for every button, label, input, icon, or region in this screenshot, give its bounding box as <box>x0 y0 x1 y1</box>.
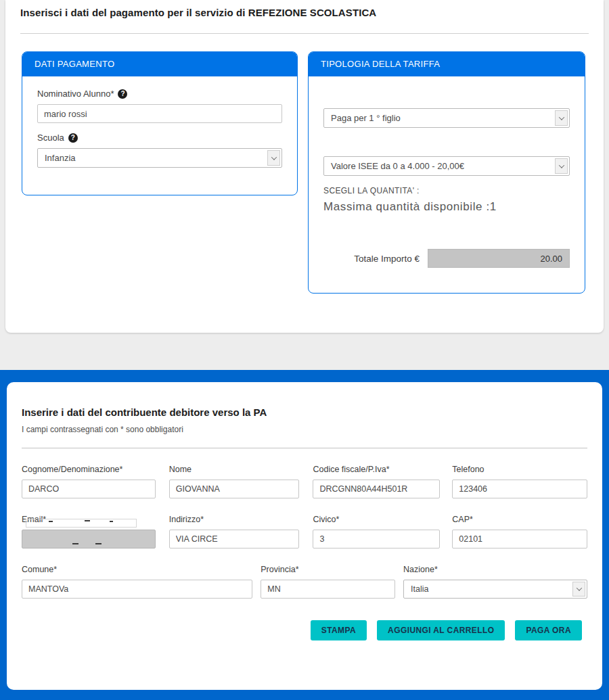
tariffa-panel: TIPOLOGIA DELLA TARIFFA Paga per 1 ° fig… <box>308 51 585 294</box>
payment-data-card: Inserisci i dati del pagamento per il se… <box>5 0 604 333</box>
tariffa-header: TIPOLOGIA DELLA TARIFFA <box>309 52 585 76</box>
help-icon[interactable]: ? <box>68 133 78 143</box>
aggiungi-al-carrello-button[interactable]: AGGIUNGI AL CARRELLO <box>377 620 505 640</box>
nome-field: Nome <box>169 465 300 498</box>
contribuente-divider <box>22 448 587 448</box>
cognome-input[interactable] <box>22 480 156 498</box>
cap-field: CAP* <box>452 515 587 549</box>
codice-fiscale-field: Codice fiscale/P.Iva* <box>313 465 440 498</box>
indirizzo-field: Indirizzo* <box>169 515 300 549</box>
totale-row: Totale Importo € <box>323 249 570 268</box>
nome-input[interactable] <box>169 480 300 498</box>
totale-importo-label: Totale Importo € <box>354 254 420 264</box>
action-buttons-row: STAMPA AGGIUNGI AL CARRELLO PAGA ORA <box>22 620 587 640</box>
panels-row: DATI PAGAMENTO Nominativo Alunno* ? Scuo… <box>5 34 604 294</box>
civico-label: Civico* <box>313 515 440 524</box>
nominativo-label-row: Nominativo Alunno* ? <box>37 89 282 99</box>
chevron-down-icon <box>555 158 568 174</box>
help-icon[interactable]: ? <box>118 89 127 99</box>
email-input <box>22 530 156 549</box>
contribuente-row-3: Comune* Provincia* Nazione* Italia <box>22 565 587 599</box>
nazione-label: Nazione* <box>403 565 587 574</box>
provincia-label: Provincia* <box>261 565 395 574</box>
scuola-label-row: Scuola ? <box>37 133 282 143</box>
contribuente-row-1: Cognome/Denominazione* Nome Codice fisca… <box>22 465 587 498</box>
codice-fiscale-label: Codice fiscale/P.Iva* <box>313 465 440 474</box>
email-field: Email* <box>22 515 156 549</box>
cap-input[interactable] <box>452 530 587 549</box>
scuola-label: Scuola <box>37 133 64 143</box>
chevron-down-icon <box>572 582 585 597</box>
page: Inserisci i dati del pagamento per il se… <box>0 0 609 700</box>
figlio-select-value: Paga per 1 ° figlio <box>331 113 401 123</box>
contribuente-card: Inserire i dati del contribuente debitor… <box>7 382 602 690</box>
quantita-label: SCEGLI LA QUANTITA' : <box>323 186 570 195</box>
nominativo-alunno-input[interactable] <box>37 104 282 123</box>
paga-ora-button[interactable]: PAGA ORA <box>515 620 582 640</box>
isee-select[interactable]: Valore ISEE da 0 a 4.000 - 20,00€ <box>323 156 570 176</box>
telefono-label: Telefono <box>452 465 587 474</box>
scuola-select-value: Infanzia <box>45 153 76 163</box>
cap-label: CAP* <box>452 515 587 524</box>
nazione-select-value: Italia <box>411 584 428 594</box>
nazione-select[interactable]: Italia <box>403 580 587 599</box>
indirizzo-input[interactable] <box>169 530 300 549</box>
required-fields-note: I campi contrassegnati con * sono obblig… <box>22 425 587 434</box>
contribuente-section: Inserire i dati del contribuente debitor… <box>0 370 609 700</box>
contribuente-row-2: Email* Indirizzo* Civico* <box>22 515 587 549</box>
provincia-input[interactable] <box>261 580 395 599</box>
page-title: Inserisci i dati del pagamento per il se… <box>5 5 604 18</box>
totale-importo-field <box>428 249 570 268</box>
chevron-down-icon <box>267 150 280 166</box>
nome-label: Nome <box>169 465 300 474</box>
max-quantita-text: Massima quantità disponibile :1 <box>323 200 570 214</box>
isee-select-value: Valore ISEE da 0 a 4.000 - 20,00€ <box>331 161 464 171</box>
scuola-select[interactable]: Infanzia <box>37 148 282 168</box>
stampa-button[interactable]: STAMPA <box>311 620 367 640</box>
comune-input[interactable] <box>22 580 252 599</box>
provincia-field: Provincia* <box>261 565 395 599</box>
figlio-select[interactable]: Paga per 1 ° figlio <box>323 108 570 128</box>
dati-pagamento-header: DATI PAGAMENTO <box>22 52 297 76</box>
contribuente-title: Inserire i dati del contribuente debitor… <box>22 406 587 418</box>
cognome-label: Cognome/Denominazione* <box>22 465 156 474</box>
comune-label: Comune* <box>22 565 252 574</box>
indirizzo-label: Indirizzo* <box>169 515 300 524</box>
nominativo-alunno-label: Nominativo Alunno* <box>37 89 114 99</box>
civico-input[interactable] <box>313 530 440 549</box>
comune-field: Comune* <box>22 565 252 599</box>
cognome-field: Cognome/Denominazione* <box>22 465 156 498</box>
chevron-down-icon <box>555 110 568 126</box>
telefono-input[interactable] <box>452 480 587 498</box>
dati-pagamento-panel: DATI PAGAMENTO Nominativo Alunno* ? Scuo… <box>22 51 298 195</box>
civico-field: Civico* <box>313 515 440 549</box>
codice-fiscale-input[interactable] <box>313 480 440 498</box>
telefono-field: Telefono <box>452 465 587 498</box>
email-label: Email* <box>22 515 156 524</box>
nazione-field: Nazione* Italia <box>403 565 587 599</box>
